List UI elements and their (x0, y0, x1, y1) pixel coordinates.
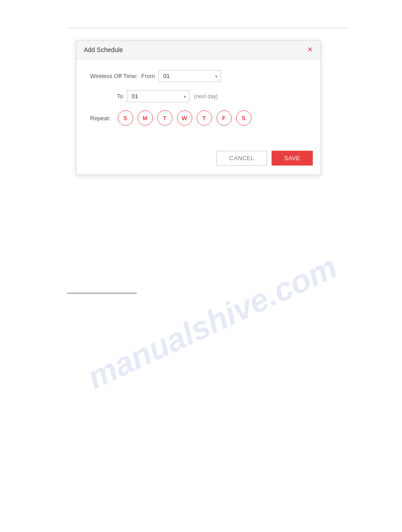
day-button-friday[interactable]: F (216, 110, 232, 126)
repeat-label: Repeat: (90, 115, 111, 122)
wireless-off-time-label: Wireless Off Time: (90, 73, 138, 79)
day-button-thursday[interactable]: T (197, 110, 212, 126)
cancel-button[interactable]: CANCEL (216, 151, 268, 166)
repeat-row: Repeat: S M T W T F S (90, 110, 307, 126)
day-button-sunday[interactable]: S (118, 110, 133, 126)
day-button-saturday[interactable]: S (236, 110, 251, 126)
from-select-wrapper: 01 02 03 04 05 06 07 08 09 10 11 12 ▾ (158, 70, 221, 82)
from-row: Wireless Off Time: From 01 02 03 04 05 0… (90, 70, 307, 82)
day-buttons-group: S M T W T F S (118, 110, 251, 126)
to-select-wrapper: 01 02 03 04 05 06 07 08 09 10 11 12 ▾ (127, 90, 190, 102)
page-divider (67, 28, 348, 28)
wireless-label-group: Wireless Off Time: From (90, 73, 155, 79)
day-button-tuesday[interactable]: T (157, 110, 173, 126)
modal-close-button[interactable]: ✕ (307, 46, 313, 53)
modal-footer: CANCEL SAVE (77, 147, 320, 174)
to-row: To 01 02 03 04 05 06 07 08 09 10 11 12 ▾ (90, 90, 307, 102)
add-schedule-modal: Add Schedule ✕ Wireless Off Time: From 0… (76, 40, 320, 175)
underline-decoration (67, 293, 137, 293)
modal-header: Add Schedule ✕ (77, 41, 320, 59)
save-button[interactable]: SAVE (272, 151, 313, 166)
next-day-label: (next day) (194, 93, 218, 100)
day-button-wednesday[interactable]: W (177, 110, 192, 126)
to-select[interactable]: 01 02 03 04 05 06 07 08 09 10 11 12 (127, 90, 190, 102)
to-label: To (117, 93, 123, 100)
day-button-monday[interactable]: M (138, 110, 153, 126)
modal-body: Wireless Off Time: From 01 02 03 04 05 0… (77, 59, 320, 147)
from-select[interactable]: 01 02 03 04 05 06 07 08 09 10 11 12 (158, 70, 221, 82)
from-label: From (141, 73, 155, 79)
modal-title: Add Schedule (84, 46, 123, 53)
